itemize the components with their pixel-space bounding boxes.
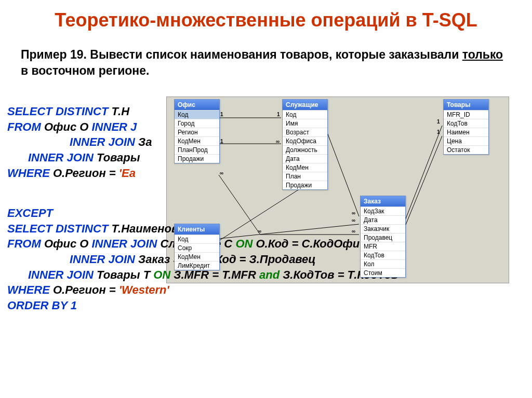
example-main: Вывести список наименования товаров, кот… (87, 48, 462, 61)
kw-from: FROM (7, 237, 44, 250)
field: Продажи (283, 181, 327, 189)
kw-inner: INNER JOIN (28, 268, 97, 281)
card-one: 1 (437, 129, 440, 135)
example-only: только (462, 48, 503, 61)
card-inf: ∞ (352, 228, 355, 234)
field: Остаток (444, 145, 488, 154)
kw-inner: INNER JOIN (28, 151, 97, 164)
table-header: Товары (444, 100, 488, 110)
field: КодЗак (361, 207, 405, 215)
field: Дата (361, 215, 405, 224)
kw-and: and (256, 268, 283, 281)
card-inf: ∞ (352, 217, 355, 223)
field: КодМен (175, 252, 219, 261)
field: Сокр (175, 243, 219, 252)
sql-query-2: EXCEPT SELECT DISTINCT Т.Наименование FR… (7, 205, 527, 313)
field: КодМен (283, 163, 327, 172)
table-header: Офис (175, 100, 219, 110)
table-klienty: Клиенты Код Сокр КодМен ЛимКредит (174, 224, 220, 270)
cond: О.Код = С.КодОфиса (256, 237, 373, 250)
kw-inner: INNER JOIN (70, 135, 138, 148)
field: Код (175, 235, 219, 243)
col: Т.Н (111, 105, 129, 118)
field: ПланПрод (175, 145, 219, 154)
field: Должность (283, 145, 327, 154)
card-inf: ∞ (276, 139, 280, 144)
field: Код (175, 110, 219, 119)
str: 'Ea (119, 167, 136, 180)
kw-select: SELECT DISTINCT (7, 105, 111, 118)
field: Стоим (361, 268, 405, 277)
kw-inner: INNER JOIN (88, 237, 160, 250)
kw-where: WHERE (7, 167, 53, 180)
tbl: Офис О (44, 120, 88, 133)
card-inf: ∞ (352, 210, 355, 216)
example-after: в восточном регионе. (21, 64, 149, 77)
field: Продавец (361, 233, 405, 242)
tbl: Товары (97, 151, 140, 164)
field: Наимен (444, 128, 488, 136)
field: ЛимКредит (175, 261, 219, 270)
cond: С.Код = З.Продавец (204, 253, 316, 266)
field: Кол (361, 259, 405, 268)
field: КодТов (444, 119, 488, 128)
table-zakaz: Заказ КодЗак Дата Заказчик Продавец MFR … (360, 196, 406, 278)
card-inf: ∞ (258, 228, 261, 234)
field: КодМен (175, 136, 219, 145)
table-ofis: Офис Код Город Регион КодМен ПланПрод Пр… (174, 99, 220, 163)
field: Возраст (283, 128, 327, 136)
field: КодОфиса (283, 136, 327, 145)
kw-on: ON (232, 237, 256, 250)
table-tovary: Товары MFR_ID КодТов Наимен Цена Остаток (443, 99, 489, 155)
table-header: Заказ (361, 196, 405, 207)
kw-from: FROM (7, 120, 44, 133)
cond: О.Регион = (53, 167, 119, 180)
field: Дата (283, 154, 327, 163)
slide-title: Теоретико-множественные операций в T-SQL (0, 9, 532, 31)
field: Продажи (175, 154, 219, 163)
tbl: Офис О (44, 237, 88, 250)
field: Город (175, 119, 219, 128)
field: Имя (283, 119, 327, 128)
kw-except: EXCEPT (7, 205, 527, 221)
kw-orderby: ORDER BY 1 (7, 298, 527, 313)
kw-where: WHERE (7, 283, 53, 296)
example-num: Пример 19. (21, 48, 87, 61)
card-one: 1 (220, 112, 223, 117)
tbl: За (138, 135, 152, 148)
example-text: Пример 19. Вывести список наименования т… (21, 47, 511, 79)
table-header: Клиенты (175, 224, 219, 235)
tbl: Товары Т (97, 268, 150, 281)
card-one: 1 (437, 119, 440, 125)
kw-on: ON (150, 268, 174, 281)
field: Код (283, 110, 327, 119)
field: MFR (361, 242, 405, 251)
field: Заказчик (361, 224, 405, 233)
field: КодТов (361, 251, 405, 259)
cond: О.Регион = (53, 283, 119, 296)
card-one: 1 (220, 139, 223, 144)
table-header: Служащие (283, 100, 327, 110)
card-one: 1 (277, 112, 280, 117)
card-inf: ∞ (220, 170, 223, 176)
str: 'Western' (119, 283, 169, 296)
table-sluzhashie: Служащие Код Имя Возраст КодОфиса Должно… (282, 99, 328, 190)
field: План (283, 172, 327, 181)
kw-select: SELECT DISTINCT (7, 222, 111, 235)
field: MFR_ID (444, 110, 488, 119)
field: Регион (175, 128, 219, 136)
kw-inner: INNER J (88, 120, 137, 133)
field: Цена (444, 136, 488, 145)
kw-inner: INNER JOIN (70, 253, 138, 266)
